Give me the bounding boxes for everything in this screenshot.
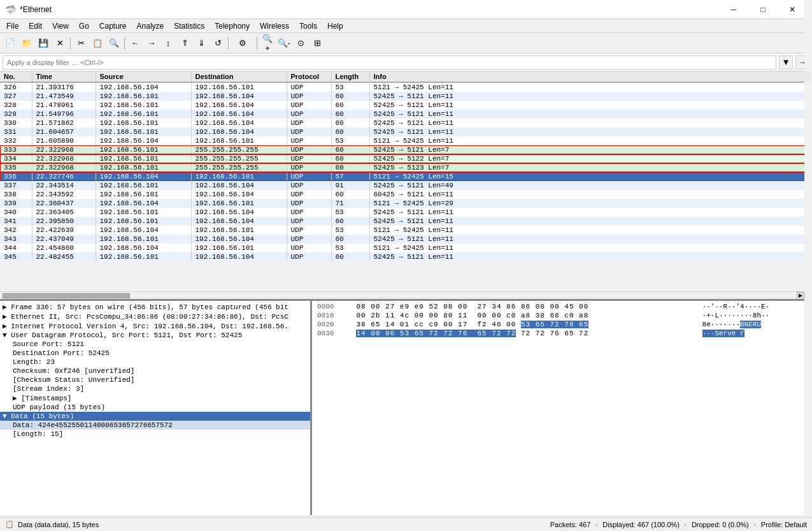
table-cell: UDP <box>287 208 331 217</box>
table-cell: UDP <box>287 226 331 235</box>
status-sep3: · <box>754 521 756 528</box>
menu-capture[interactable]: Capture <box>94 19 132 33</box>
table-row[interactable]: 32821.478961192.168.56.101192.168.56.104… <box>0 101 812 110</box>
toolbar-capture-options[interactable]: ⚙ <box>231 36 254 51</box>
table-cell: 255.255.255.255 <box>191 145 287 154</box>
toolbar-back[interactable]: ← <box>127 36 143 51</box>
table-cell: 52425 → 5121 Len=11 <box>369 208 812 217</box>
filter-dropdown-button[interactable]: ▼ <box>779 55 793 69</box>
table-cell: UDP <box>287 154 331 163</box>
toolbar-goto[interactable]: ↕ <box>160 36 176 51</box>
table-row[interactable]: 32721.473549192.168.56.101192.168.56.104… <box>0 92 812 101</box>
toolbar-bottom[interactable]: ⇓ <box>194 36 209 51</box>
table-row[interactable]: 32621.393176192.168.56.104192.168.56.101… <box>0 82 812 92</box>
toolbar-zoom-out[interactable]: 🔍- <box>276 36 292 51</box>
table-cell: 192.168.56.101 <box>96 92 191 101</box>
table-row[interactable]: 34422.454860192.168.56.104192.168.56.101… <box>0 244 812 252</box>
menu-edit[interactable]: Edit <box>24 19 47 33</box>
table-cell: 192.168.56.104 <box>191 92 287 101</box>
hex-row-0020: 0020 38 65 14 01 cc c9 00 17 f2 46 00 53… <box>315 320 809 329</box>
hex-view: 0000 08 00 27 e9 e9 52 08 00 27 34 86 86… <box>312 301 812 515</box>
table-row[interactable]: 33522.322968192.168.56.101255.255.255.25… <box>0 163 812 172</box>
table-cell: 192.168.56.101 <box>96 217 191 226</box>
toolbar-close[interactable]: ✕ <box>52 36 68 51</box>
close-button[interactable]: ✕ <box>778 0 807 19</box>
toolbar-forward[interactable]: → <box>144 36 159 51</box>
toolbar-copy[interactable]: 📋 <box>90 36 105 51</box>
table-cell: 5121 → 52425 Len=11 <box>369 226 812 235</box>
frame-expand-icon: ▶ <box>3 303 7 311</box>
table-row[interactable]: 33221.605890192.168.56.104192.168.56.101… <box>0 136 812 145</box>
table-row[interactable]: 33021.571862192.168.56.101192.168.56.104… <box>0 119 812 127</box>
table-row[interactable]: 34322.437049192.168.56.101192.168.56.104… <box>0 235 812 244</box>
table-cell: 192.168.56.104 <box>96 244 191 252</box>
menu-file[interactable]: File <box>1 19 24 33</box>
table-cell: 192.168.56.101 <box>96 208 191 217</box>
table-cell: 341 <box>0 217 32 226</box>
udp-timestamps[interactable]: ▶ [Timestamps] <box>0 393 310 403</box>
table-cell: 60 <box>331 101 369 110</box>
toolbar-zoom-in[interactable]: 🔍+ <box>260 36 275 51</box>
table-row[interactable]: 33622.327746192.168.56.104192.168.56.101… <box>0 172 812 181</box>
detail-data[interactable]: ▼ Data (15 bytes) <box>0 412 310 421</box>
toolbar-expand[interactable]: ⊞ <box>310 36 325 51</box>
table-cell: 192.168.56.104 <box>191 252 287 261</box>
table-cell: 192.168.56.101 <box>96 127 191 136</box>
table-row[interactable]: 32921.549796192.168.56.101192.168.56.104… <box>0 110 812 119</box>
table-cell: UDP <box>287 136 331 145</box>
table-cell: 328 <box>0 101 32 110</box>
table-cell: 343 <box>0 235 32 244</box>
menu-wireless[interactable]: Wireless <box>255 19 294 33</box>
status-text: Data (data.data), 15 bytes <box>18 521 99 528</box>
menu-statistics[interactable]: Statistics <box>169 19 210 33</box>
table-cell: 22.322968 <box>32 163 96 172</box>
toolbar-sep-4 <box>257 37 257 50</box>
table-cell: 192.168.56.101 <box>191 199 287 208</box>
menu-telephony[interactable]: Telephony <box>210 19 255 33</box>
table-row[interactable]: 34022.363405192.168.56.101192.168.56.104… <box>0 208 812 217</box>
table-row[interactable]: 33121.604657192.168.56.101192.168.56.104… <box>0 127 812 136</box>
table-cell: 52425 → 5121 Len=11 <box>369 110 812 119</box>
col-destination: Destination <box>191 71 287 82</box>
toolbar-save[interactable]: 💾 <box>36 36 51 51</box>
table-row[interactable]: 33322.322968192.168.56.101255.255.255.25… <box>0 145 812 154</box>
table-cell: UDP <box>287 172 331 181</box>
table-cell: 192.168.56.104 <box>191 190 287 199</box>
detail-ethernet[interactable]: ▶ Ethernet II, Src: PcsCompu_34:86:86 (0… <box>0 312 310 321</box>
detail-udp[interactable]: ▼ User Datagram Protocol, Src Port: 5121… <box>0 331 310 340</box>
filter-input[interactable] <box>3 55 776 69</box>
table-cell: 21.478961 <box>32 101 96 110</box>
table-row[interactable]: 34522.482455192.168.56.101192.168.56.104… <box>0 252 812 261</box>
table-row[interactable]: 33822.343592192.168.56.101192.168.56.104… <box>0 190 812 199</box>
maximize-button[interactable]: □ <box>748 0 778 19</box>
table-cell: 192.168.56.101 <box>96 110 191 119</box>
detail-frame[interactable]: ▶ Frame 336: 57 bytes on wire (456 bits)… <box>0 302 310 312</box>
detail-ip[interactable]: ▶ Internet Protocol Version 4, Src: 192.… <box>0 321 310 331</box>
ethernet-label: Ethernet II, Src: PcsCompu_34:86:86 (08:… <box>11 313 288 321</box>
toolbar-find[interactable]: 🔍 <box>106 36 122 51</box>
toolbar-cut[interactable]: ✂ <box>73 36 89 51</box>
toolbar-reload[interactable]: ↺ <box>210 36 225 51</box>
menu-help[interactable]: Help <box>322 19 348 33</box>
table-cell: 21.605890 <box>32 136 96 145</box>
table-row[interactable]: 34222.422639192.168.56.104192.168.56.101… <box>0 226 812 235</box>
packet-list-scroll[interactable]: No. Time Source Destination Protocol Len… <box>0 71 812 301</box>
toolbar-new-capture[interactable]: 📄 <box>3 36 18 51</box>
menu-go[interactable]: Go <box>74 19 94 33</box>
data-length-row: [Length: 15] <box>0 430 310 439</box>
toolbar-zoom-normal[interactable]: ⊙ <box>293 36 308 51</box>
table-cell: 21.393176 <box>32 82 96 92</box>
table-row[interactable]: 33722.343514192.168.56.101192.168.56.104… <box>0 181 812 190</box>
table-row[interactable]: 34122.395850192.168.56.101192.168.56.104… <box>0 217 812 226</box>
toolbar-top[interactable]: ⇑ <box>177 36 192 51</box>
table-row[interactable]: 33922.360437192.168.56.104192.168.56.101… <box>0 199 812 208</box>
packet-detail: ▶ Frame 336: 57 bytes on wire (456 bits)… <box>0 301 312 515</box>
table-cell: 60 <box>331 163 369 172</box>
table-row[interactable]: 33422.322968192.168.56.101255.255.255.25… <box>0 154 812 163</box>
menu-view[interactable]: View <box>47 19 74 33</box>
minimize-button[interactable]: ─ <box>719 0 748 19</box>
table-cell: 22.454860 <box>32 244 96 252</box>
menu-analyze[interactable]: Analyze <box>132 19 169 33</box>
toolbar-open[interactable]: 📁 <box>19 36 34 51</box>
menu-tools[interactable]: Tools <box>294 19 322 33</box>
